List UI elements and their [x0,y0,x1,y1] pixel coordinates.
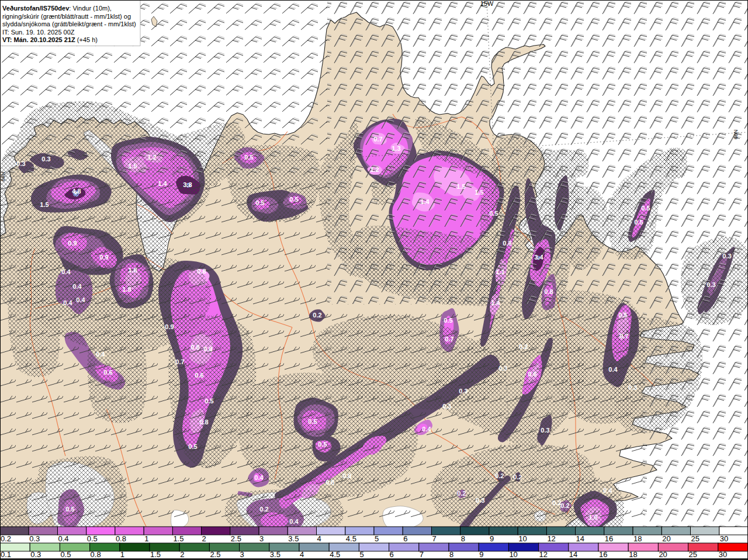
svg-text:1.4: 1.4 [491,299,500,306]
svg-text:1.2: 1.2 [147,154,156,161]
svg-text:0.5: 0.5 [65,506,74,513]
svg-text:1.5: 1.5 [150,550,161,559]
svg-text:0.5: 0.5 [641,205,650,212]
svg-text:1.5: 1.5 [173,534,183,543]
svg-text:7: 7 [432,534,437,543]
svg-text:25: 25 [689,550,697,559]
svg-text:0.5: 0.5 [205,397,213,405]
svg-text:16: 16 [599,550,607,559]
svg-text:3: 3 [259,534,264,543]
svg-text:4: 4 [317,534,321,543]
svg-text:30: 30 [719,550,727,559]
svg-text:5: 5 [359,550,363,559]
svg-text:0.7: 0.7 [373,136,382,143]
svg-text:1.4: 1.4 [158,180,167,187]
svg-text:0.4: 0.4 [96,351,105,358]
svg-text:9: 9 [479,550,483,559]
svg-text:12: 12 [539,550,548,559]
svg-text:0.3: 0.3 [628,384,637,391]
svg-text:4.5: 4.5 [330,550,340,559]
svg-text:6: 6 [390,550,394,559]
svg-text:6: 6 [403,534,407,543]
svg-text:18: 18 [633,534,642,543]
svg-text:0.3: 0.3 [476,497,484,504]
svg-text:0.4: 0.4 [58,534,69,543]
svg-text:0.3: 0.3 [41,155,50,163]
svg-text:0.8: 0.8 [342,472,351,479]
svg-text:8: 8 [449,550,453,559]
svg-text:1.1: 1.1 [496,268,504,275]
svg-text:4.5: 4.5 [346,534,356,543]
svg-text:1.5: 1.5 [40,201,49,208]
svg-text:0.3: 0.3 [30,550,41,559]
svg-text:1.0: 1.0 [588,514,597,521]
svg-text:0.5: 0.5 [308,418,317,425]
svg-text:0.5: 0.5 [289,196,298,203]
svg-text:0.2: 0.2 [1,534,11,543]
svg-text:0.3: 0.3 [459,388,468,395]
svg-text:0.8: 0.8 [203,345,212,352]
svg-text:0.3: 0.3 [498,365,507,372]
svg-text:20: 20 [659,550,667,559]
svg-text:0.8: 0.8 [325,479,334,486]
svg-text:0.9: 0.9 [99,254,108,261]
svg-text:0.3: 0.3 [442,403,451,410]
svg-text:10: 10 [518,534,527,543]
svg-text:0.4: 0.4 [603,487,612,494]
svg-text:IT: Sun. 19. 10. 2025 00Z: IT: Sun. 19. 10. 2025 00Z [2,29,75,36]
svg-text:30: 30 [720,534,728,543]
svg-text:0.8: 0.8 [199,419,208,426]
svg-text:0.4: 0.4 [608,366,618,373]
svg-text:8: 8 [461,534,465,543]
svg-text:0.7: 0.7 [445,336,453,343]
svg-text:1.8: 1.8 [128,267,137,274]
svg-text:0.4: 0.4 [422,426,431,433]
svg-text:0.3: 0.3 [29,534,40,543]
svg-text:3.8: 3.8 [183,181,192,188]
svg-text:12: 12 [547,534,555,543]
svg-text:1.5: 1.5 [456,183,465,190]
svg-text:0.5: 0.5 [255,199,264,206]
svg-text:1: 1 [144,534,148,543]
svg-text:2.5: 2.5 [231,534,241,543]
svg-text:0.2: 0.2 [519,343,528,350]
svg-text:1.3: 1.3 [392,145,400,152]
svg-text:1.8: 1.8 [122,286,131,293]
svg-text:0.2: 0.2 [259,506,268,513]
svg-text:Veðurstofan/IS750dev: Vindur (: Veðurstofan/IS750dev: Vindur (10m), [2,5,112,12]
svg-text:4.8: 4.8 [72,188,81,195]
svg-text:0.3: 0.3 [541,427,549,434]
svg-text:18: 18 [629,550,637,559]
svg-text:9: 9 [490,534,494,543]
svg-text:0.8: 0.8 [197,268,206,275]
svg-text:0.4: 0.4 [76,296,85,303]
svg-text:0.6: 0.6 [528,371,536,378]
svg-text:0.8: 0.8 [503,240,511,247]
svg-text:0.7: 0.7 [619,333,628,340]
svg-text:0.8: 0.8 [91,550,101,559]
svg-text:0.2: 0.2 [495,472,504,479]
svg-text:0.2: 0.2 [560,502,569,509]
svg-text:0.2: 0.2 [552,499,561,506]
svg-text:0.9: 0.9 [165,323,174,330]
svg-text:1.4: 1.4 [420,198,430,205]
svg-text:1.5: 1.5 [475,189,483,196]
svg-text:1.2: 1.2 [370,166,379,173]
svg-text:0.5: 0.5 [489,210,498,217]
svg-text:5: 5 [375,534,379,543]
svg-text:0.2: 0.2 [513,473,522,481]
svg-text:10: 10 [509,550,517,559]
svg-text:0.5: 0.5 [318,441,327,448]
svg-text:0.4: 0.4 [63,299,72,306]
svg-text:0.5: 0.5 [444,317,452,324]
svg-text:3.4: 3.4 [534,254,543,261]
svg-text:0.3: 0.3 [722,253,731,260]
svg-text:14: 14 [569,550,577,559]
svg-text:0.8: 0.8 [191,344,199,351]
svg-text:2: 2 [180,550,184,559]
svg-text:0.8: 0.8 [116,534,126,543]
svg-text:4: 4 [300,550,304,559]
svg-text:2.5: 2.5 [210,550,220,559]
svg-text:0.4: 0.4 [254,474,264,481]
svg-text:3.5: 3.5 [288,534,299,543]
